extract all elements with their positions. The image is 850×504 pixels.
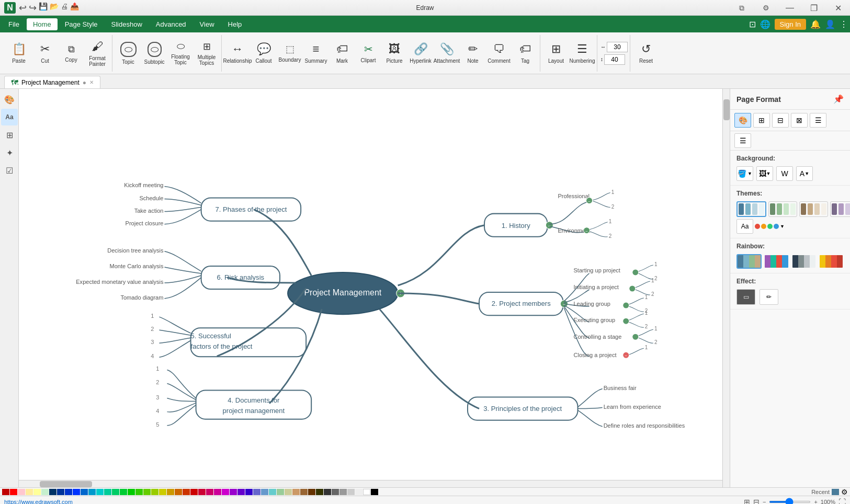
- maximize-external-icon[interactable]: ⧉: [730, 0, 754, 16]
- panel-layout-grid[interactable]: ⊞: [753, 113, 770, 128]
- panel-icon-list[interactable]: ☰: [734, 133, 751, 148]
- panel-align-icon[interactable]: ⊟: [772, 113, 789, 128]
- panel-arrange-icon[interactable]: ⊠: [791, 113, 808, 128]
- swatch-green-light[interactable]: [41, 489, 49, 495]
- horizontal-scrollbar[interactable]: [19, 480, 722, 487]
- picture-button[interactable]: 🖼 Picture: [382, 37, 407, 70]
- help-icon[interactable]: 🔔: [810, 19, 821, 29]
- attachment-button[interactable]: 📎 Attachment: [434, 37, 459, 70]
- recent-color[interactable]: [832, 489, 839, 495]
- zoom-slider[interactable]: [769, 501, 811, 503]
- menu-help[interactable]: Help: [222, 18, 248, 30]
- theme-dropdown[interactable]: ▼: [780, 224, 785, 229]
- swatch-pink[interactable]: [18, 489, 25, 495]
- theme-option-3[interactable]: [799, 201, 828, 217]
- effect-flat-btn[interactable]: ▭: [736, 289, 755, 305]
- relationship-button[interactable]: ↔ Relationship: [225, 37, 250, 70]
- menu-slideshow[interactable]: Slideshow: [105, 18, 149, 30]
- user-icon[interactable]: 👤: [825, 19, 835, 29]
- summary-button[interactable]: ≡ Summary: [303, 37, 328, 70]
- copy-button[interactable]: ⧉ Copy: [59, 37, 84, 70]
- save-icon[interactable]: 💾: [39, 2, 48, 14]
- left-theme-button[interactable]: ✦: [1, 144, 18, 161]
- palette-settings-icon[interactable]: ⚙: [841, 488, 848, 496]
- multiple-topics-button[interactable]: ⊞ Multiple Topics: [194, 37, 219, 70]
- clipart-button[interactable]: ✂ Clipart: [356, 37, 381, 70]
- network-icon[interactable]: 🌐: [760, 19, 770, 29]
- comment-button[interactable]: 🗨 Comment: [486, 37, 512, 70]
- tag-button[interactable]: 🏷 Tag: [513, 37, 538, 70]
- left-format-button[interactable]: Aa: [1, 109, 18, 125]
- swatch-red[interactable]: [10, 489, 17, 495]
- fit-width-icon[interactable]: ⊟: [753, 498, 760, 505]
- settings-icon[interactable]: ⚙: [754, 0, 778, 16]
- theme-font-btn[interactable]: Aa: [736, 219, 753, 234]
- menu-view[interactable]: View: [194, 18, 221, 30]
- redo-icon[interactable]: ↪: [29, 2, 37, 14]
- theme-option-4[interactable]: [830, 201, 850, 217]
- menu-advanced[interactable]: Advanced: [150, 18, 192, 30]
- bg-text-dropdown[interactable]: ▼: [804, 171, 809, 176]
- numbering-button[interactable]: ☰ Numbering: [570, 37, 595, 70]
- paste-button[interactable]: 📋 Paste: [6, 37, 31, 70]
- note-button[interactable]: ✏ Note: [460, 37, 485, 70]
- edraw-link[interactable]: https://www.edrawsoft.com: [4, 499, 73, 505]
- menu-home[interactable]: Home: [27, 18, 58, 30]
- rainbow-option-4[interactable]: [819, 254, 844, 269]
- panel-pin-icon[interactable]: 📌: [833, 94, 844, 104]
- left-palette-button[interactable]: 🎨: [1, 91, 18, 108]
- bg-color-btn[interactable]: 🪣 ▼: [736, 166, 753, 181]
- height-input[interactable]: [604, 54, 625, 65]
- reset-button[interactable]: ↺ Reset: [633, 37, 659, 70]
- undo-icon[interactable]: ↩: [19, 2, 27, 14]
- more-icon[interactable]: ⋮: [840, 19, 848, 29]
- hyperlink-button[interactable]: 🔗 Hyperlink: [408, 37, 433, 70]
- swatch-fill[interactable]: [2, 489, 9, 495]
- callout-button[interactable]: 💬 Callout: [251, 37, 276, 70]
- document-tab[interactable]: 🗺 Project Management ● ✕: [4, 76, 100, 88]
- rainbow-option-3[interactable]: [791, 254, 817, 269]
- print-icon[interactable]: 🖨: [61, 2, 68, 14]
- mark-button[interactable]: 🏷 Mark: [330, 37, 355, 70]
- effect-shadow-btn[interactable]: ✏: [760, 289, 778, 305]
- swatch-yellow[interactable]: [33, 489, 41, 495]
- boundary-button[interactable]: ⬚ Boundary: [277, 37, 302, 70]
- rainbow-option-1[interactable]: [736, 254, 762, 269]
- open-icon[interactable]: 📂: [50, 2, 59, 14]
- signin-button[interactable]: Sign In: [775, 19, 806, 30]
- swatch-yellow-light[interactable]: [26, 489, 33, 495]
- topic-button[interactable]: ⬭ Topic: [116, 37, 141, 70]
- tab-close-button[interactable]: ✕: [89, 79, 94, 85]
- maximize-button[interactable]: ❐: [802, 0, 826, 16]
- theme-option-2[interactable]: [768, 201, 797, 217]
- cut-button[interactable]: ✂ Cut: [32, 37, 58, 70]
- window-controls[interactable]: ⧉ ⚙ — ❐ ✕: [730, 0, 850, 16]
- bg-image-btn[interactable]: 🖼 ▼: [756, 166, 773, 181]
- close-button[interactable]: ✕: [826, 0, 850, 16]
- bg-dropdown-icon[interactable]: ▼: [747, 171, 752, 176]
- rainbow-option-2[interactable]: [764, 254, 789, 269]
- layout-button[interactable]: ⊞ Layout: [543, 37, 569, 70]
- floating-topic-button[interactable]: ⬭ Floating Topic: [168, 37, 193, 70]
- vertical-scrollbar[interactable]: [722, 89, 730, 487]
- panel-format-icon[interactable]: 🎨: [734, 113, 751, 128]
- theme-option-1[interactable]: [736, 201, 766, 217]
- format-painter-button[interactable]: 🖌 Format Painter: [85, 37, 110, 70]
- bg-text-btn[interactable]: A ▼: [796, 166, 813, 181]
- zoom-out-icon[interactable]: −: [763, 499, 766, 505]
- zoom-in-icon[interactable]: +: [814, 499, 817, 505]
- bg-img-dropdown[interactable]: ▼: [766, 171, 771, 176]
- menu-pagestyle[interactable]: Page Style: [59, 18, 104, 30]
- expand-icon[interactable]: ⊡: [749, 19, 756, 29]
- canvas[interactable]: Project Management + 1. History − Profes…: [19, 89, 730, 487]
- export-icon[interactable]: 📤: [70, 2, 79, 14]
- menu-file[interactable]: File: [2, 18, 26, 30]
- minimize-button[interactable]: —: [778, 0, 802, 16]
- width-input[interactable]: [607, 42, 628, 52]
- panel-list-icon[interactable]: ☰: [810, 113, 826, 128]
- left-check-button[interactable]: ☑: [1, 162, 18, 179]
- fullscreen-icon[interactable]: ⛶: [838, 498, 846, 505]
- subtopic-button[interactable]: ⬭ Subtopic: [142, 37, 167, 70]
- bg-watermark-btn[interactable]: W: [776, 166, 793, 181]
- fit-page-icon[interactable]: ⊞: [744, 498, 750, 505]
